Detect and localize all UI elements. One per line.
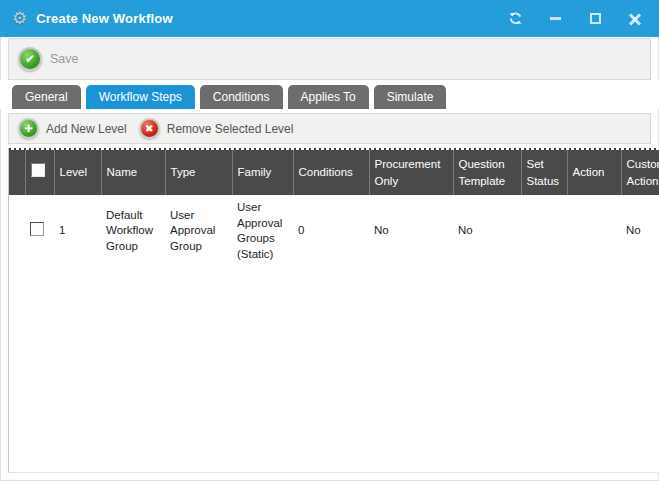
create-workflow-dialog: { "window": { "title": "Create New Workf… [0, 0, 659, 481]
cell-level: 1 [54, 195, 101, 267]
table-row: 1 Default Workflow Group User Approval G… [9, 195, 659, 267]
close-button[interactable] [627, 11, 643, 27]
tab-workflow-steps[interactable]: Workflow Steps [86, 85, 195, 109]
minimize-icon [550, 17, 561, 20]
tab-simulate[interactable]: Simulate [374, 85, 447, 109]
maximize-button[interactable] [587, 11, 603, 27]
cell-set-status [521, 195, 567, 267]
col-procurement-only[interactable]: Procurement Only [369, 150, 453, 195]
level-toolbar: ✚ Add New Level ✖ Remove Selected Level [8, 113, 651, 144]
cell-custom-actions: No [621, 195, 659, 267]
col-custom-actions[interactable]: Custom Actions [621, 150, 659, 195]
tab-general[interactable]: General [12, 85, 81, 109]
col-set-status[interactable]: Set Status [521, 150, 567, 195]
header-row: Level Name Type Family Conditions Procur… [9, 150, 659, 195]
save-toolbar: ✔ Save [8, 38, 651, 80]
col-select-all [25, 150, 54, 195]
cell-question-template: No [453, 195, 521, 267]
col-question-template[interactable]: Question Template [453, 150, 521, 195]
select-all-checkbox[interactable] [31, 163, 45, 177]
cell-conditions: 0 [293, 195, 369, 267]
window-title: Create New Workflow [36, 11, 172, 26]
col-type[interactable]: Type [165, 150, 232, 195]
tab-applies-to[interactable]: Applies To [288, 85, 369, 109]
cell-select [25, 195, 54, 267]
col-drag-handle [9, 150, 25, 195]
minimize-button[interactable] [547, 11, 563, 27]
save-button[interactable]: ✔ [18, 47, 42, 71]
cell-drag [9, 195, 25, 267]
titlebar: ⚙ Create New Workflow [0, 0, 659, 37]
remove-selected-level-button[interactable]: ✖ [139, 118, 160, 139]
col-family[interactable]: Family [232, 150, 293, 195]
tab-conditions[interactable]: Conditions [200, 85, 283, 109]
col-name[interactable]: Name [101, 150, 165, 195]
cell-action [567, 195, 621, 267]
add-new-level-label[interactable]: Add New Level [46, 122, 127, 136]
cross-icon: ✖ [145, 124, 153, 134]
cell-procurement-only: No [369, 195, 453, 267]
gear-icon: ⚙ [12, 10, 27, 27]
remove-selected-level-label[interactable]: Remove Selected Level [167, 122, 294, 136]
cell-type: User Approval Group [165, 195, 232, 267]
col-action[interactable]: Action [567, 150, 621, 195]
close-icon [629, 13, 641, 25]
save-label[interactable]: Save [50, 52, 79, 66]
refresh-icon-svg [508, 11, 523, 26]
workflow-steps-grid: Level Name Type Family Conditions Procur… [8, 148, 659, 473]
refresh-icon[interactable] [507, 11, 523, 27]
maximize-icon [590, 13, 601, 24]
cell-family: User Approval Groups (Static) [232, 195, 293, 267]
row-checkbox[interactable] [30, 222, 44, 236]
cell-name: Default Workflow Group [101, 195, 165, 267]
workflow-steps-table: Level Name Type Family Conditions Procur… [9, 150, 659, 267]
col-conditions[interactable]: Conditions [293, 150, 369, 195]
col-level[interactable]: Level [54, 150, 101, 195]
check-icon: ✔ [25, 53, 35, 65]
plus-icon: ✚ [24, 124, 32, 134]
tab-strip: General Workflow Steps Conditions Applie… [0, 80, 659, 109]
add-new-level-button[interactable]: ✚ [18, 118, 39, 139]
window-controls [507, 11, 649, 27]
